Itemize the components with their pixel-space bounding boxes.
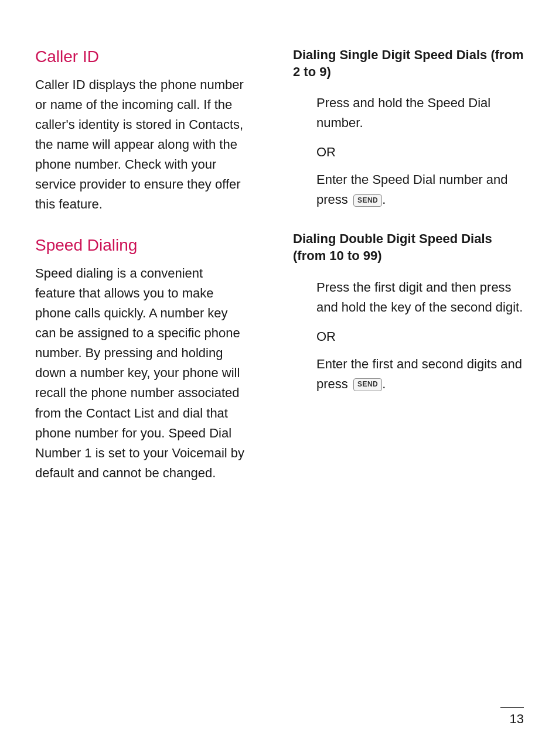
double-digit-step2-block: Enter the first and second digits and pr… — [293, 354, 524, 394]
speed-dialing-title: Speed Dialing — [35, 235, 246, 255]
single-digit-step1-block: Press and hold the Speed Dial number. — [293, 93, 524, 133]
single-digit-title: Dialing Single Digit Speed Dials (from 2… — [293, 47, 524, 80]
single-digit-section: Dialing Single Digit Speed Dials (from 2… — [293, 47, 524, 210]
double-digit-step1: Press the first digit and then press and… — [316, 278, 524, 317]
send-button-double: SEND — [353, 378, 382, 391]
double-digit-or: OR — [316, 328, 524, 346]
single-digit-or: OR — [316, 143, 524, 162]
send-button-single: SEND — [353, 194, 382, 207]
speed-dialing-body: Speed dialing is a convenient feature th… — [35, 264, 246, 483]
page-line-decoration — [500, 707, 524, 708]
single-digit-step2: Enter the Speed Dial number and press SE… — [316, 170, 524, 210]
caller-id-title: Caller ID — [35, 47, 246, 67]
two-column-layout: Caller ID Caller ID displays the phone n… — [35, 47, 524, 709]
double-digit-title: Dialing Double Digit Speed Dials (from 1… — [293, 231, 524, 264]
right-column: Dialing Single Digit Speed Dials (from 2… — [281, 47, 524, 709]
left-column: Caller ID Caller ID displays the phone n… — [35, 47, 258, 709]
double-digit-section: Dialing Double Digit Speed Dials (from 1… — [293, 231, 524, 394]
caller-id-body: Caller ID displays the phone number or n… — [35, 75, 246, 215]
page-number-area: 13 — [500, 707, 524, 727]
double-digit-step2-prefix: Enter the first and second digits and pr… — [316, 357, 522, 391]
single-digit-step2-prefix: Enter the Speed Dial number and press — [316, 172, 508, 207]
double-digit-step1-block: Press the first digit and then press and… — [293, 278, 524, 317]
double-digit-step2: Enter the first and second digits and pr… — [316, 354, 524, 394]
speed-dialing-section: Speed Dialing Speed dialing is a conveni… — [35, 235, 246, 483]
caller-id-section: Caller ID Caller ID displays the phone n… — [35, 47, 246, 214]
page-number: 13 — [510, 711, 524, 727]
page-container: Caller ID Caller ID displays the phone n… — [0, 0, 559, 756]
single-digit-step1: Press and hold the Speed Dial number. — [316, 93, 524, 133]
single-digit-step2-block: Enter the Speed Dial number and press SE… — [293, 170, 524, 210]
